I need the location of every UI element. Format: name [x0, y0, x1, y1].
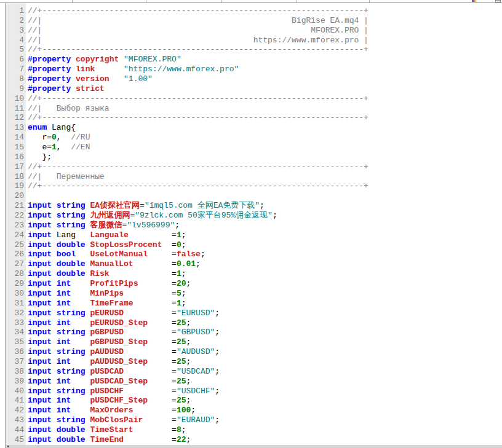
- code-text: #property version "1.00": [26, 74, 502, 84]
- clipped-window-control: [495, 0, 501, 2]
- code-text: //| https://www.mforex.pro |: [26, 36, 502, 45]
- code-text: #property copyright "MFOREX.PRO": [26, 55, 502, 65]
- code-line: 16 };: [6, 152, 502, 162]
- line-number: 41: [6, 396, 26, 406]
- code-line: 17//+-----------------------------------…: [6, 162, 502, 172]
- line-number: 37: [6, 357, 26, 367]
- code-editor[interactable]: 1//+------------------------------------…: [5, 3, 502, 448]
- code-text: input double ManualLot =0.01;: [26, 259, 502, 269]
- code-text: input int pUSDCHF_Step =25;: [26, 396, 502, 406]
- code-line: 25input double StopLossProcent =0;: [6, 240, 502, 250]
- line-number: 23: [6, 221, 26, 230]
- code-text: input bool UseLotManual =false;: [26, 250, 502, 259]
- line-number: 2: [6, 16, 26, 26]
- code-line: 45input double TimeEnd =22;: [6, 435, 502, 445]
- code-line: 24input Lang Languale =1;: [6, 230, 502, 240]
- line-number: 5: [6, 45, 26, 55]
- code-line: 14 r=0, //RU: [6, 133, 502, 143]
- code-text: //+-------------------------------------…: [26, 45, 502, 55]
- code-text: input int pAUDUSD_Step =25;: [26, 357, 502, 367]
- code-text: input int pGBPUSD_Step =25;: [26, 337, 502, 347]
- line-number: 30: [6, 289, 26, 299]
- code-text: input double TimeStart =8;: [26, 425, 502, 435]
- code-line: 13enum Lang{: [6, 123, 502, 133]
- horizontal-scrollbar[interactable]: [6, 445, 502, 448]
- code-line: 44input double TimeStart =8;: [6, 425, 502, 435]
- scroll-left-arrow-icon: [7, 446, 9, 447]
- code-line: 9#property strict: [6, 84, 502, 94]
- line-number: 39: [6, 377, 26, 387]
- code-text: input string MobClosPair ="EURAUD";: [26, 415, 502, 425]
- code-text: input int MinPips =5;: [26, 289, 502, 299]
- code-line: 20: [6, 191, 502, 201]
- line-number: 19: [6, 181, 26, 191]
- code-line: 27input double ManualLot =0.01;: [6, 259, 502, 269]
- code-text: //+-------------------------------------…: [26, 113, 502, 123]
- code-text: input double TimeEnd =22;: [26, 435, 502, 445]
- line-number: 16: [6, 152, 26, 162]
- code-line: 19//+-----------------------------------…: [6, 181, 502, 191]
- toolbar-separator: [146, 0, 146, 2]
- code-line: 6#property copyright "MFOREX.PRO": [6, 55, 502, 65]
- line-number: 9: [6, 84, 26, 94]
- code-text: input int pUSDCAD_Step =25;: [26, 377, 502, 387]
- code-line: 35input int pGBPUSD_Step =25;: [6, 337, 502, 347]
- line-number: 28: [6, 269, 26, 279]
- code-line: 10//+-----------------------------------…: [6, 94, 502, 104]
- code-line: 1//+------------------------------------…: [6, 6, 502, 16]
- code-text: [26, 191, 502, 201]
- code-text: };: [26, 152, 502, 162]
- toolbar-separator: [369, 0, 370, 2]
- line-number: 45: [6, 435, 26, 445]
- code-text: enum Lang{: [26, 123, 502, 133]
- line-number: 21: [6, 201, 26, 211]
- code-text: r=0, //RU: [26, 133, 502, 143]
- code-line: 30input int MinPips =5;: [6, 289, 502, 299]
- line-number: 24: [6, 230, 26, 240]
- code-text: input string pUSDCHF ="USDCHF";: [26, 387, 502, 396]
- line-number: 8: [6, 74, 26, 84]
- code-line: 31input int TimeFrame =1;: [6, 299, 502, 308]
- line-number: 40: [6, 387, 26, 396]
- code-line: 7#property link "https://www.mforex.pro": [6, 65, 502, 74]
- toolbar-separator: [72, 0, 73, 2]
- line-number: 31: [6, 299, 26, 308]
- code-text: //+-------------------------------------…: [26, 94, 502, 104]
- code-line: 4//| https://www.mforex.pro |: [6, 36, 502, 45]
- code-line: 43input string MobClosPair ="EURAUD";: [6, 415, 502, 425]
- line-number: 44: [6, 425, 26, 435]
- code-line: 40input string pUSDCHF ="USDCHF";: [6, 387, 502, 396]
- code-text: //+-------------------------------------…: [26, 162, 502, 172]
- code-text: input string pAUDUSD ="AUDUSD";: [26, 347, 502, 357]
- code-line: 36input string pAUDUSD ="AUDUSD";: [6, 347, 502, 357]
- line-number: 34: [6, 328, 26, 337]
- code-line: 26input bool UseLotManual =false;: [6, 250, 502, 259]
- code-line: 32input string pEURUSD ="EURUSD";: [6, 308, 502, 318]
- code-text: input int TimeFrame =1;: [26, 299, 502, 308]
- line-number: 18: [6, 172, 26, 182]
- code-line: 21input string EA侦探社官网="imql5.com 全网EA免费…: [6, 201, 502, 211]
- code-line: 18//| Переменные: [6, 172, 502, 182]
- code-line: 41input int pUSDCHF_Step =25;: [6, 396, 502, 406]
- code-text: //| Переменные: [26, 172, 502, 182]
- line-number: 36: [6, 347, 26, 357]
- code-line: 33input int pEURUSD_Step =25;: [6, 318, 502, 328]
- line-number: 15: [6, 143, 26, 152]
- code-text: input string pEURUSD ="EURUSD";: [26, 308, 502, 318]
- code-line: 28input double Risk =1;: [6, 269, 502, 279]
- code-text: input string 客服微信="lv596999";: [26, 221, 502, 230]
- code-line: 42input int MaxOrders =100;: [6, 406, 502, 415]
- code-text: input string EA侦探社官网="imql5.com 全网EA免费下载…: [26, 201, 502, 211]
- code-line: 38input string pUSDCAD ="USDCAD";: [6, 367, 502, 377]
- code-text: #property link "https://www.mforex.pro": [26, 65, 502, 74]
- line-number: 29: [6, 279, 26, 289]
- code-text: input int MaxOrders =100;: [26, 406, 502, 415]
- code-line: 2//| BigRise EA.mq4 |: [6, 16, 502, 26]
- code-text: input double StopLossProcent =0;: [26, 240, 502, 250]
- code-text: //+-------------------------------------…: [26, 6, 502, 16]
- line-number: 42: [6, 406, 26, 415]
- code-line: 11//| Выбор языка: [6, 104, 502, 114]
- code-text: input string pGBPUSD ="GBPUSD";: [26, 328, 502, 337]
- line-number: 3: [6, 26, 26, 36]
- code-line: 12//+-----------------------------------…: [6, 113, 502, 123]
